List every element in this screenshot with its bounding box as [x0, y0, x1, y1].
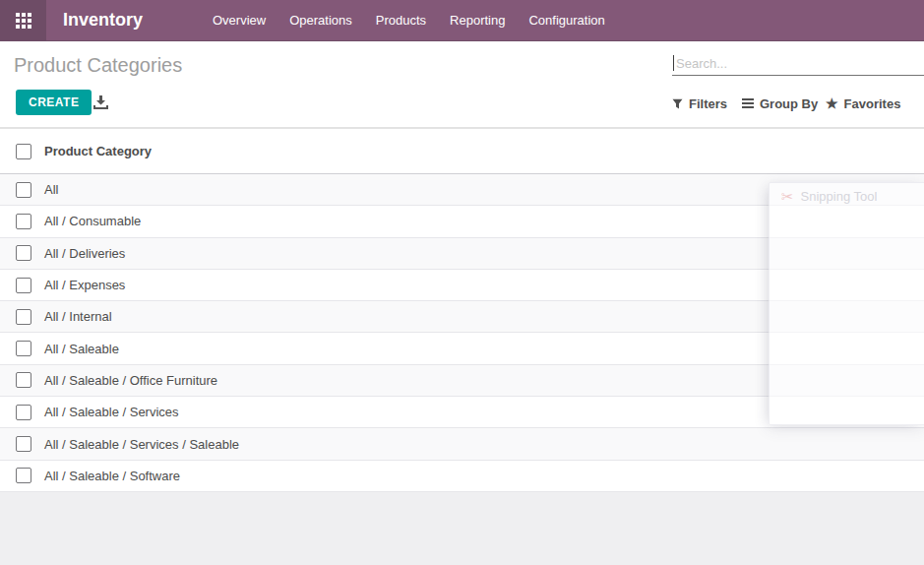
favorites-button[interactable]: ★ Favorites — [826, 94, 900, 113]
page-title: Product Categories — [14, 54, 182, 77]
category-name[interactable]: All / Saleable — [44, 342, 119, 356]
row-checkbox[interactable] — [16, 468, 31, 483]
snipping-tool-title: Snipping Tool — [801, 189, 878, 204]
category-name[interactable]: All — [44, 182, 58, 197]
apps-menu-button[interactable] — [0, 0, 46, 41]
category-name[interactable]: All / Expenses — [44, 278, 125, 292]
snipping-tool-titlebar: ✂ Snipping Tool — [770, 183, 924, 204]
filters-button[interactable]: Filters — [672, 94, 727, 113]
category-name[interactable]: All / Saleable / Services / Saleable — [44, 437, 239, 452]
menu-configuration[interactable]: Configuration — [517, 0, 616, 40]
main-menu: Overview Operations Products Reporting C… — [201, 0, 617, 40]
group-by-lines-icon — [742, 98, 754, 108]
category-name[interactable]: All / Saleable / Office Furniture — [44, 373, 217, 388]
group-by-label: Group By — [760, 96, 818, 111]
download-icon — [92, 95, 109, 110]
snipping-tool-ghost-window[interactable]: ✂ Snipping Tool — [769, 182, 924, 425]
menu-overview[interactable]: Overview — [201, 0, 277, 40]
favorites-star-icon: ★ — [826, 96, 838, 110]
column-header-product-category[interactable]: Product Category — [44, 144, 152, 158]
table-row[interactable]: All / Saleable / Services / Saleable — [0, 428, 924, 460]
row-checkbox[interactable] — [16, 309, 31, 325]
filters-label: Filters — [689, 96, 727, 111]
top-navbar: Inventory Overview Operations Products R… — [0, 0, 924, 41]
row-checkbox[interactable] — [16, 214, 31, 229]
row-checkbox[interactable] — [16, 436, 31, 452]
row-checkbox[interactable] — [16, 341, 31, 356]
row-checkbox[interactable] — [16, 182, 31, 198]
content-footer-area — [0, 492, 924, 565]
search-input[interactable] — [672, 52, 924, 75]
text-caret — [673, 55, 674, 71]
search-box — [672, 52, 924, 76]
menu-products[interactable]: Products — [364, 0, 438, 40]
category-name[interactable]: All / Saleable / Software — [44, 469, 180, 483]
menu-reporting[interactable]: Reporting — [438, 0, 517, 40]
row-checkbox[interactable] — [16, 372, 31, 388]
row-checkbox[interactable] — [16, 278, 31, 293]
table-row[interactable]: All / Saleable / Software — [0, 461, 924, 492]
category-name[interactable]: All / Internal — [44, 309, 112, 324]
filter-funnel-icon — [672, 98, 683, 109]
app-title[interactable]: Inventory — [63, 0, 143, 40]
row-checkbox[interactable] — [16, 245, 31, 261]
export-download-icon[interactable] — [92, 95, 109, 110]
create-button[interactable]: CREATE — [16, 90, 92, 115]
select-all-checkbox[interactable] — [16, 144, 31, 159]
favorites-label: Favorites — [844, 96, 901, 111]
group-by-button[interactable]: Group By — [742, 94, 818, 113]
menu-operations[interactable]: Operations — [277, 0, 364, 40]
category-name[interactable]: All / Consumable — [44, 214, 141, 228]
scissors-icon: ✂ — [781, 189, 794, 204]
category-name[interactable]: All / Saleable / Services — [44, 405, 179, 419]
category-name[interactable]: All / Deliveries — [44, 246, 125, 261]
apps-grid-icon — [16, 13, 31, 29]
table-header-row: Product Category — [0, 128, 924, 174]
row-checkbox[interactable] — [16, 405, 31, 420]
inventory-app-window: { "navbar": { "app_title": "Inventory", … — [0, 0, 924, 565]
